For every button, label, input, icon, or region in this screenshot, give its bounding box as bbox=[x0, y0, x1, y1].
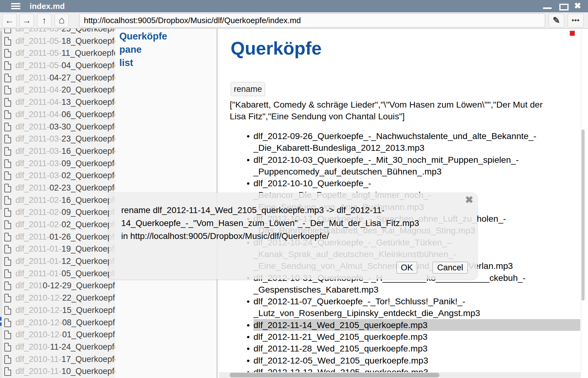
sidebar-file-item[interactable]: dlf_2011-04-13_Querkoepfe bbox=[0, 96, 115, 109]
sidebar-file-item[interactable]: dlf_2011-01-19_Querkoepfe bbox=[0, 243, 115, 255]
file-list-item[interactable]: •dlf_2012-10-03_Querkoepfe_-_Mit_30_noch… bbox=[230, 154, 581, 178]
file-icon bbox=[4, 306, 11, 315]
file-icon bbox=[4, 367, 11, 376]
sidebar-file-item[interactable]: dlf_2011-03-02_Querkoepfe bbox=[0, 170, 115, 182]
dialog-close-icon[interactable]: ✖ bbox=[465, 194, 473, 206]
file-list-item[interactable]: •dlf_2012-12-05_Wed_2105_querkoepfe.mp3 bbox=[230, 355, 581, 366]
file-list-item[interactable]: •dlf_2012-11-07_Querkoepfe_-_Tor!_Schlus… bbox=[230, 295, 581, 319]
edit-pencil-button[interactable]: ✎ bbox=[549, 14, 564, 27]
file-icon bbox=[4, 281, 11, 290]
sidebar-scrollbar-thumb[interactable] bbox=[0, 31, 2, 210]
sidebar-file-item[interactable]: dlf_2011-02-09_Querkoepfe bbox=[0, 206, 115, 219]
sidebar-file-item[interactable]: dlf_2011-03-09_Querkoepfe bbox=[0, 158, 115, 170]
file-icon bbox=[4, 233, 11, 241]
file-line: dlf_2012-11-28_Wed_2105_querkoepfe.mp3 bbox=[253, 343, 581, 354]
sidebar-file-item[interactable]: dlf_2011-05-11_Querkoepfe bbox=[0, 47, 115, 60]
bullet-icon: • bbox=[247, 331, 250, 343]
sidebar-file-item[interactable]: dlf_2010-11-24_Querkoepfe bbox=[0, 341, 115, 353]
sidebar-file-item[interactable]: dlf_2011-03-16_Querkoepfe bbox=[0, 145, 115, 158]
file-line-highlighted: dlf_2012-11-14_Wed_2105_querkoepfe.mp3 bbox=[253, 319, 580, 331]
sidebar-file-item[interactable]: dlf_2011-01-05_Querkoepfe bbox=[0, 268, 115, 280]
file-list-item[interactable]: •dlf_2012-09-26_Querkoepfe_-_Nachwuchsta… bbox=[230, 130, 581, 154]
hamburger-menu-icon[interactable] bbox=[11, 3, 20, 9]
file-icon bbox=[4, 184, 11, 192]
metadata-json-line2: Lisa Fitz","Eine Sendung von Chantal Lou… bbox=[230, 110, 543, 122]
cancel-button[interactable]: Cancel bbox=[433, 262, 468, 273]
sidebar-file-item[interactable]: dlf_2011-04-27_Querkoepfe bbox=[0, 72, 115, 84]
sidebar-file-item[interactable]: dlf_2011-05-18_Querkoepfe bbox=[0, 35, 115, 47]
sidebar-file-item[interactable]: dlf_2011-02-02_Querkoepfe bbox=[0, 219, 115, 231]
dialog-message-line: in http://localhost:9005/Dropbox/Music/d… bbox=[121, 230, 419, 243]
file-line: _Puppencomedy_auf_deutschen_Bühnen_.mp3 bbox=[253, 166, 581, 177]
home-button[interactable]: ⌂ bbox=[55, 14, 69, 27]
file-icon bbox=[4, 110, 11, 119]
minimize-button[interactable] bbox=[543, 7, 552, 9]
sidebar-file-item[interactable]: dlf_2011-04-06_Querkoepfe bbox=[0, 109, 115, 121]
file-icon bbox=[4, 147, 11, 156]
sidebar-file-item[interactable]: dlf_2011-01-12_Querkoepfe bbox=[0, 255, 115, 268]
bullet-icon: • bbox=[247, 319, 250, 331]
sidebar-file-item[interactable]: dlf_2011-02-23_Querkoepfe bbox=[0, 182, 115, 194]
sidebar-file-item[interactable]: dlf_2010-12-22_Querkoepfe bbox=[0, 292, 115, 304]
file-icon bbox=[4, 208, 11, 217]
file-icon bbox=[4, 171, 11, 180]
sidebar-file-item[interactable]: dlf_2011-01-26_Querkoepfe bbox=[0, 231, 115, 243]
sidebar-file-item[interactable]: dlf_2011-05-25_Querkoepfe bbox=[0, 29, 115, 35]
sidebar-file-item[interactable]: dlf_2010-12-08_Querkoepfe bbox=[0, 317, 115, 329]
modified-indicator bbox=[570, 31, 575, 36]
file-line: dlf_2012-10-03_Querkoepfe_-_Mit_30_noch_… bbox=[253, 154, 581, 166]
dialog-message-line: rename dlf_2012-11-14_Wed_2105_querkoepf… bbox=[121, 204, 419, 217]
file-list-item[interactable]: •dlf_2012-11-14_Wed_2105_querkoepfe.mp3 bbox=[230, 319, 581, 331]
file-line: _Gespenstisches_Kabarett.mp3 bbox=[253, 284, 581, 295]
file-icon bbox=[4, 29, 11, 33]
file-list-item[interactable]: •dlf_2012-11-21_Wed_2105_querkoepfe.mp3 bbox=[230, 331, 581, 343]
file-icon bbox=[4, 294, 11, 302]
rename-button[interactable]: rename bbox=[231, 82, 265, 96]
sidebar-file-item[interactable]: dlf_2011-03-23_Querkoepfe bbox=[0, 133, 115, 145]
file-icon bbox=[4, 196, 11, 205]
file-icon bbox=[4, 257, 11, 266]
file-line: dlf_2012-11-07_Querkoepfe_-_Tor!_Schluss… bbox=[253, 295, 581, 307]
title-bar: index.md ✖ bbox=[0, 0, 588, 12]
forward-button[interactable]: → bbox=[19, 14, 34, 27]
dialog-message: rename dlf_2012-11-14_Wed_2105_querkoepf… bbox=[121, 204, 419, 243]
horizontal-scrollbar-thumb[interactable] bbox=[230, 373, 439, 377]
up-button[interactable]: ↑ bbox=[37, 14, 51, 27]
sidebar-file-item[interactable]: dlf_2011-03-30_Querkoepfe bbox=[0, 121, 115, 133]
sidebar-file-list: dlf_2011-05-25_Querkoepfedlf_2011-05-18_… bbox=[0, 29, 115, 378]
bullet-icon: • bbox=[247, 355, 250, 366]
sidebar-scroll-marker bbox=[0, 323, 2, 326]
rename-confirm-dialog: ✖ rename dlf_2012-11-14_Wed_2105_querkoe… bbox=[109, 193, 477, 279]
page-title: Querköpfe bbox=[231, 38, 322, 59]
sidebar-file-item[interactable]: dlf_2010-12-29_Querkoepfe bbox=[0, 280, 115, 292]
metadata-json-text: ["Kabarett, Comedy & schräge Lieder","\"… bbox=[230, 99, 543, 122]
back-button[interactable]: ← bbox=[2, 14, 17, 27]
sidebar-file-item[interactable]: dlf_2010-11-17_Querkoepfe bbox=[0, 353, 115, 366]
url-address-bar[interactable]: http://localhost:9005/Dropbox/Music/dlf/… bbox=[79, 14, 545, 27]
file-line: dlf_2012-11-21_Wed_2105_querkoepfe.mp3 bbox=[253, 331, 581, 343]
file-icon bbox=[4, 98, 11, 107]
sidebar-file-item[interactable]: dlf_2011-05-04_Querkoepfe bbox=[0, 60, 115, 72]
sidebar-file-item[interactable]: dlf_2011-04-20_Querkoepfe bbox=[0, 84, 115, 96]
more-options-button[interactable]: ••• bbox=[568, 14, 584, 27]
file-icon bbox=[4, 37, 11, 46]
file-icon bbox=[4, 61, 11, 70]
sidebar-scroll-marker bbox=[0, 317, 2, 321]
sidebar-file-item[interactable]: dlf_2011-02-16_Querkoepfe bbox=[0, 194, 115, 207]
file-icon bbox=[4, 159, 11, 168]
sidebar-file-item[interactable]: dlf_2010-12-15_Querkoepfe bbox=[0, 304, 115, 317]
file-line: _Die_Kabarett-Bundesliga_2012_2013.mp3 bbox=[253, 142, 581, 154]
sidebar-file-item[interactable]: dlf_2010-12-01_Querkoepfe bbox=[0, 329, 115, 341]
file-line: _Lutz_von_Rosenberg_Lipinsky_entdeckt_di… bbox=[253, 307, 581, 319]
vertical-scrollbar-thumb[interactable] bbox=[582, 129, 585, 301]
maximize-button[interactable] bbox=[559, 4, 569, 10]
close-button[interactable]: ✖ bbox=[574, 1, 581, 13]
nav-link-pane[interactable]: pane bbox=[119, 44, 142, 55]
nav-link-querköpfe[interactable]: Querköpfe bbox=[119, 31, 167, 42]
ok-button[interactable]: OK bbox=[397, 262, 417, 273]
metadata-json-line1: ["Kabarett, Comedy & schräge Lieder","\"… bbox=[230, 99, 543, 110]
file-list-item[interactable]: •dlf_2012-11-28_Wed_2105_querkoepfe.mp3 bbox=[230, 343, 581, 354]
sidebar-file-item[interactable]: dlf_2010-11-10_Querkoepfe bbox=[0, 365, 115, 378]
nav-link-list[interactable]: list bbox=[119, 57, 133, 68]
file-icon bbox=[4, 269, 11, 278]
